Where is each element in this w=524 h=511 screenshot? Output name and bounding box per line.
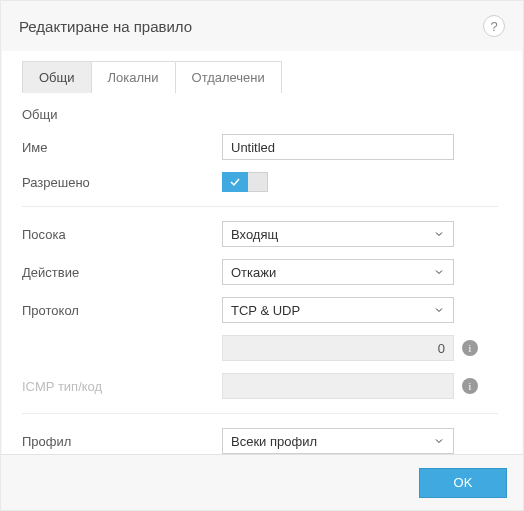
profile-value: Всеки профил — [231, 434, 317, 449]
direction-select[interactable]: Входящ — [222, 221, 454, 247]
enabled-label: Разрешено — [22, 175, 222, 190]
row-direction: Посока Входящ — [22, 215, 498, 253]
tab-local[interactable]: Локални — [91, 61, 176, 93]
section-title-general: Общи — [22, 107, 498, 122]
profile-select[interactable]: Всеки профил — [222, 428, 454, 454]
row-action: Действие Откажи — [22, 253, 498, 291]
protocol-select[interactable]: TCP & UDP — [222, 297, 454, 323]
profile-label: Профил — [22, 434, 222, 449]
tab-label: Локални — [108, 70, 159, 85]
titlebar: Редактиране на правило ? — [1, 1, 523, 51]
chevron-down-icon — [433, 266, 445, 278]
tabstrip: Общи Локални Отдалечени — [2, 51, 522, 93]
chevron-down-icon — [433, 435, 445, 447]
tab-general[interactable]: Общи — [22, 61, 92, 93]
info-icon[interactable]: i — [462, 378, 478, 394]
row-profile: Профил Всеки профил — [22, 422, 498, 454]
tab-label: Общи — [39, 70, 75, 85]
help-icon: ? — [490, 19, 497, 34]
action-label: Действие — [22, 265, 222, 280]
direction-value: Входящ — [231, 227, 278, 242]
ok-label: OK — [454, 475, 473, 490]
check-icon — [229, 176, 241, 188]
chevron-down-icon — [433, 228, 445, 240]
info-icon[interactable]: i — [462, 340, 478, 356]
row-protocol: Протокол TCP & UDP — [22, 291, 498, 329]
dialog-body: Общи Локални Отдалечени Общи Име Разре — [2, 51, 522, 454]
name-label: Име — [22, 140, 222, 155]
enabled-toggle[interactable] — [222, 172, 268, 192]
port-readonly: 0 — [222, 335, 454, 361]
row-icmp: ICMP тип/код i — [22, 367, 498, 405]
scroll-area[interactable]: Общи Име Разрешено — [22, 93, 512, 454]
separator — [22, 206, 498, 207]
dialog-footer: OK — [1, 454, 523, 510]
icmp-label: ICMP тип/код — [22, 379, 222, 394]
row-name: Име — [22, 128, 498, 166]
toggle-knob — [222, 172, 248, 192]
action-select[interactable]: Откажи — [222, 259, 454, 285]
protocol-value: TCP & UDP — [231, 303, 300, 318]
port-value: 0 — [438, 341, 445, 356]
tab-label: Отдалечени — [192, 70, 265, 85]
content-wrap: Общи Име Разрешено — [2, 93, 522, 454]
direction-label: Посока — [22, 227, 222, 242]
tab-remote[interactable]: Отдалечени — [175, 61, 282, 93]
dialog-title: Редактиране на правило — [19, 18, 483, 35]
separator — [22, 413, 498, 414]
help-button[interactable]: ? — [483, 15, 505, 37]
icmp-readonly — [222, 373, 454, 399]
name-input[interactable] — [222, 134, 454, 160]
row-port: 0 i — [22, 329, 498, 367]
row-enabled: Разрешено — [22, 166, 498, 198]
action-value: Откажи — [231, 265, 276, 280]
edit-rule-dialog: Редактиране на правило ? Общи Локални От… — [0, 0, 524, 511]
chevron-down-icon — [433, 304, 445, 316]
protocol-label: Протокол — [22, 303, 222, 318]
ok-button[interactable]: OK — [419, 468, 507, 498]
